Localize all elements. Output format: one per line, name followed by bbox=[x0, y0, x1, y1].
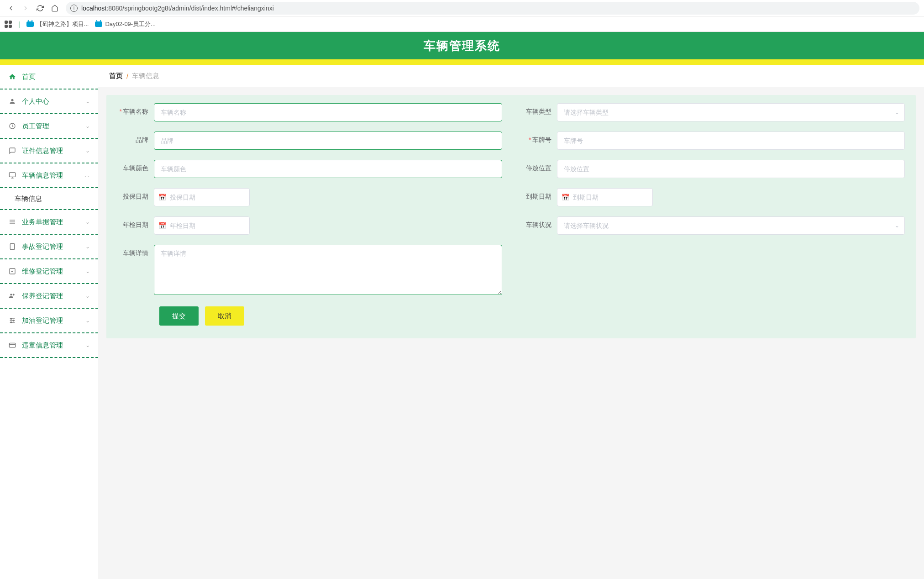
input-brand[interactable] bbox=[154, 132, 502, 150]
label-name: *车辆名称 bbox=[117, 103, 154, 116]
sidebar-item-maintain[interactable]: 保养登记管理 ⌄ bbox=[0, 284, 98, 309]
input-color[interactable] bbox=[154, 160, 502, 178]
sidebar-subitem-vehicle-info[interactable]: 车辆信息 bbox=[0, 188, 98, 210]
monitor-icon bbox=[8, 172, 16, 179]
sidebar-item-accident[interactable]: 事故登记管理 ⌄ bbox=[0, 235, 98, 259]
input-insure-date[interactable] bbox=[154, 188, 250, 206]
input-name[interactable] bbox=[154, 103, 502, 121]
sidebar-item-fuel[interactable]: 加油登记管理 ⌄ bbox=[0, 309, 98, 333]
label-park: 停放位置 bbox=[520, 160, 557, 173]
users-icon bbox=[8, 292, 16, 300]
breadcrumb-current: 车辆信息 bbox=[132, 72, 159, 80]
svg-rect-16 bbox=[9, 343, 15, 347]
breadcrumb-separator: / bbox=[126, 72, 128, 80]
banner-accent bbox=[0, 59, 924, 65]
bilibili-icon bbox=[26, 21, 34, 27]
chevron-down-icon: ⌄ bbox=[85, 219, 90, 225]
chevron-down-icon: ⌄ bbox=[85, 98, 90, 105]
bilibili-icon bbox=[95, 21, 102, 27]
svg-rect-1 bbox=[9, 173, 15, 177]
forward-button[interactable] bbox=[19, 2, 32, 15]
url-bar[interactable]: i localhost:8080/springbootg2g8t/admin/d… bbox=[66, 2, 919, 15]
chevron-down-icon: ⌄ bbox=[85, 147, 90, 154]
svg-rect-7 bbox=[10, 243, 14, 249]
back-button[interactable] bbox=[5, 2, 17, 15]
label-status: 车辆状况 bbox=[520, 216, 557, 229]
url-text: localhost:8080/springbootg2g8t/admin/dis… bbox=[81, 5, 274, 12]
select-type[interactable] bbox=[557, 103, 905, 121]
options-icon bbox=[8, 317, 16, 324]
breadcrumb: 首页 / 车辆信息 bbox=[98, 65, 924, 87]
chevron-down-icon: ⌄ bbox=[85, 342, 90, 348]
label-type: 车辆类型 bbox=[520, 103, 557, 116]
list-icon bbox=[8, 218, 16, 226]
sidebar-item-violation[interactable]: 违章信息管理 ⌄ bbox=[0, 333, 98, 358]
card-icon bbox=[8, 342, 16, 349]
chevron-down-icon: ⌄ bbox=[85, 317, 90, 324]
home-icon bbox=[8, 73, 16, 80]
user-icon bbox=[8, 98, 16, 105]
label-expire-date: 到期日期 bbox=[520, 188, 557, 201]
sidebar-item-biz[interactable]: 业务单据管理 ⌄ bbox=[0, 210, 98, 235]
sidebar-item-repair[interactable]: 维修登记管理 ⌄ bbox=[0, 259, 98, 284]
label-detail: 车辆详情 bbox=[117, 245, 154, 258]
label-insure-date: 投保日期 bbox=[117, 188, 154, 201]
sidebar-item-staff[interactable]: 员工管理 ⌄ bbox=[0, 114, 98, 139]
chevron-down-icon: ⌄ bbox=[85, 123, 90, 129]
chevron-down-icon: ⌄ bbox=[85, 243, 90, 250]
label-brand: 品牌 bbox=[117, 132, 154, 144]
bookmark-item[interactable]: 【码神之路】项目... bbox=[26, 20, 89, 28]
breadcrumb-home[interactable]: 首页 bbox=[109, 72, 123, 80]
form-card: *车辆名称 车辆类型 ⌄ 品牌 *车牌号 bbox=[106, 95, 916, 338]
svg-point-13 bbox=[10, 318, 12, 320]
input-expire-date[interactable] bbox=[557, 188, 653, 206]
phone-icon bbox=[8, 243, 16, 250]
app-banner: 车辆管理系统 bbox=[0, 32, 924, 59]
label-inspect-date: 年检日期 bbox=[117, 216, 154, 229]
check-icon bbox=[8, 268, 16, 275]
home-button[interactable] bbox=[48, 2, 61, 15]
chevron-up-icon: ︿ bbox=[84, 172, 90, 179]
input-plate[interactable] bbox=[557, 132, 905, 150]
apps-icon[interactable] bbox=[5, 21, 12, 28]
sidebar: 首页 个人中心 ⌄ 员工管理 ⌄ 证件信息管理 ⌄ 车辆信息管理 ︿ 车辆信息 … bbox=[0, 65, 98, 579]
main-content: 首页 / 车辆信息 *车辆名称 车辆类型 ⌄ bbox=[98, 65, 924, 579]
label-plate: *车牌号 bbox=[520, 132, 557, 144]
sidebar-item-vehicle[interactable]: 车辆信息管理 ︿ bbox=[0, 163, 98, 188]
textarea-detail[interactable] bbox=[154, 245, 502, 295]
divider: | bbox=[18, 21, 20, 28]
chat-icon bbox=[8, 147, 16, 154]
browser-toolbar: i localhost:8080/springbootg2g8t/admin/d… bbox=[0, 0, 924, 16]
input-park[interactable] bbox=[557, 160, 905, 178]
label-color: 车辆颜色 bbox=[117, 160, 154, 173]
cancel-button[interactable]: 取消 bbox=[205, 306, 244, 326]
sidebar-item-home[interactable]: 首页 bbox=[0, 65, 98, 89]
submit-button[interactable]: 提交 bbox=[159, 306, 199, 326]
bookmarks-bar: | 【码神之路】项目... Day02-09-员工分... bbox=[0, 16, 924, 32]
reload-button[interactable] bbox=[34, 2, 47, 15]
clock-icon bbox=[8, 122, 16, 130]
svg-point-14 bbox=[13, 320, 14, 321]
app-title: 车辆管理系统 bbox=[424, 38, 500, 54]
svg-point-15 bbox=[10, 322, 12, 323]
info-icon: i bbox=[70, 5, 78, 12]
chevron-down-icon: ⌄ bbox=[85, 293, 90, 299]
sidebar-item-cert[interactable]: 证件信息管理 ⌄ bbox=[0, 139, 98, 163]
bookmark-item[interactable]: Day02-09-员工分... bbox=[95, 20, 156, 28]
chevron-down-icon: ⌄ bbox=[85, 268, 90, 274]
select-status[interactable] bbox=[557, 216, 905, 235]
sidebar-item-profile[interactable]: 个人中心 ⌄ bbox=[0, 89, 98, 114]
input-inspect-date[interactable] bbox=[154, 216, 250, 235]
